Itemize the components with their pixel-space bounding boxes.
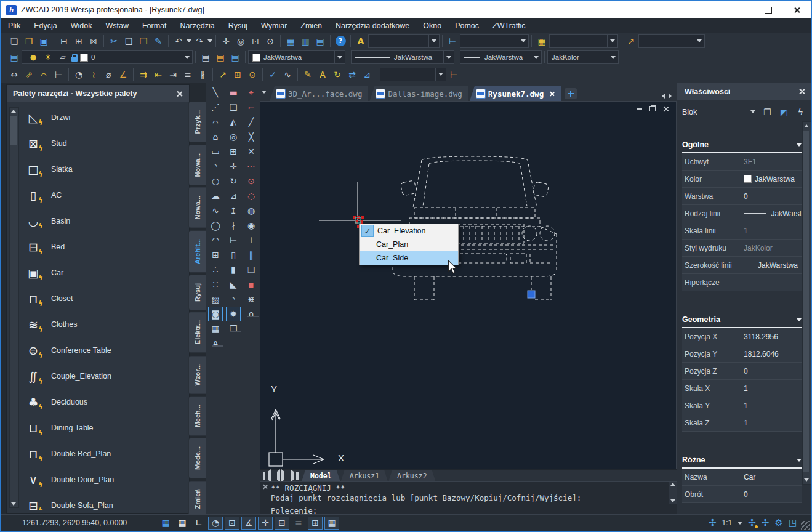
doc-tab-rysunek7[interactable]: Rysunek7.dwg	[470, 86, 561, 101]
redo-dropdown[interactable]	[207, 34, 213, 48]
help-button[interactable]: ?	[334, 34, 347, 48]
snap-nearest-button[interactable]: ▪	[244, 277, 259, 292]
hatch-button[interactable]: ▨	[208, 292, 223, 307]
dim-edit-button[interactable]: ✎	[301, 68, 315, 81]
construction-line-button[interactable]: ⋰	[208, 100, 223, 115]
palette-tab-rysuj[interactable]: Rysuj	[188, 275, 206, 310]
osnap-toggle[interactable]: ⊡	[225, 517, 239, 530]
mtext-button[interactable]: A	[208, 336, 223, 351]
palette-scrollbar[interactable]	[9, 107, 19, 508]
next-layout-button[interactable]	[281, 472, 289, 480]
point-button[interactable]: ∴	[208, 262, 223, 277]
table-style-combo[interactable]	[549, 34, 618, 48]
palette-tab-zmien[interactable]: Zmień	[188, 480, 206, 517]
snap-toggle[interactable]: ▦	[175, 517, 190, 530]
collapse-icon[interactable]	[797, 459, 802, 462]
annotation-sync-toggle[interactable]: ⊞	[308, 517, 323, 530]
annotation-scale-dropdown[interactable]	[738, 522, 742, 525]
dim-style-button[interactable]: ⊢	[446, 34, 459, 48]
fullscreen-icon[interactable]: ◳	[789, 517, 797, 528]
paste-button[interactable]: ❒	[137, 34, 150, 48]
properties-scrollbar[interactable]	[802, 121, 811, 485]
ortho-toggle[interactable]: ∟	[191, 517, 206, 530]
multiple-points-button[interactable]: ∷	[208, 277, 223, 292]
copy-clip-button[interactable]: ❑	[122, 34, 135, 48]
menu-zwtraffic[interactable]: ZWTraffic	[486, 18, 532, 33]
last-layout-button[interactable]	[291, 472, 299, 480]
ellipse-arc-button[interactable]: ◠	[208, 233, 223, 248]
snap-insert-button[interactable]: ❏	[244, 262, 259, 277]
palette-item-drzwi[interactable]: ◺Drzwi	[23, 105, 187, 131]
mirror-button[interactable]: ◭	[226, 115, 241, 129]
layer-on-icon[interactable]: ●	[26, 50, 40, 64]
layer-properties-button[interactable]: ▤	[7, 50, 21, 64]
layer-freeze-icon[interactable]: ☀	[41, 50, 55, 64]
explode-button[interactable]: ✹	[226, 307, 241, 321]
palette-header[interactable]: Palety narzędzi - Wszystkie palety	[7, 85, 189, 102]
palette-item-siatka[interactable]: □Siatka	[23, 156, 187, 182]
duplicate-selection-button[interactable]: ❐	[760, 105, 774, 119]
spline-button[interactable]: ∿	[208, 203, 223, 218]
dim-ordinate-button[interactable]: ⊢	[52, 68, 65, 81]
snap-tangent-button[interactable]: ◉	[244, 218, 259, 233]
tolerance-button[interactable]: ⊞	[231, 68, 244, 81]
dim-style-combo[interactable]	[460, 34, 529, 48]
prev-layout-button[interactable]	[272, 472, 280, 480]
quick-select-button[interactable]: ◩	[777, 105, 791, 119]
qnew-button[interactable]: ❏	[7, 34, 21, 48]
dim-angular-button[interactable]: ∠	[116, 68, 130, 81]
annotation-update-icon[interactable]: ✣	[762, 517, 770, 528]
menu-format[interactable]: Format	[135, 18, 174, 33]
lineweight-combo[interactable]: JakWarstwa	[460, 50, 542, 64]
palette-item-car[interactable]: ▣Car	[23, 260, 187, 286]
snap-perpendicular-button[interactable]: ⊥	[244, 233, 259, 248]
zoom-window-button[interactable]: ⊡	[249, 34, 262, 48]
publish-button[interactable]: ⊠	[87, 34, 100, 48]
block-editor-button[interactable]: ❒	[226, 321, 241, 336]
insert-block-button[interactable]: ⊞	[208, 248, 223, 262]
drawing-canvas[interactable]: Y X ✓ Car_Elevation Car_Plan Car_Side	[260, 101, 677, 469]
match-properties-button[interactable]: ✎	[151, 34, 165, 48]
toggle-pickadd-button[interactable]: ϟ	[794, 105, 808, 119]
palette-item-stud[interactable]: ⊠Stud	[23, 131, 187, 156]
palette-tab-nowa2[interactable]: Nowa...	[188, 187, 206, 228]
palette-item-double-sofa-plan[interactable]: ⊟Double Sofa_Plan	[23, 493, 187, 510]
section-ogolne[interactable]: Ogólne	[682, 137, 802, 153]
dim-style-manager-button[interactable]: ⊢	[447, 68, 460, 81]
dim-aligned-button[interactable]: ⇗	[22, 68, 36, 81]
table-button[interactable]: ▦	[208, 321, 223, 336]
palette-item-closet[interactable]: ⊓Closet	[23, 286, 187, 312]
snap-from-button[interactable]: ⌖	[244, 85, 259, 100]
text-style-combo[interactable]	[368, 34, 440, 48]
polygon-button[interactable]: ⌂	[208, 129, 223, 144]
mleader-button[interactable]: ↗	[216, 68, 230, 81]
palette-item-ac[interactable]: ▯AC	[23, 182, 187, 208]
dim-linear-button[interactable]: ↔	[7, 68, 21, 81]
undo-dropdown[interactable]	[186, 34, 192, 48]
undo-button[interactable]: ↶	[172, 34, 185, 48]
collapse-icon[interactable]	[797, 318, 802, 321]
doc-tab-close-icon[interactable]	[549, 91, 555, 97]
erase-button[interactable]: ▬	[226, 85, 241, 100]
dim-space-button[interactable]: ≡	[181, 68, 195, 81]
resize-grip[interactable]	[801, 521, 810, 530]
menu-rysuj[interactable]: Rysuj	[222, 18, 254, 33]
properties-close-icon[interactable]	[798, 88, 805, 95]
palette-tab-mode[interactable]: Mode...	[188, 438, 206, 478]
palette-item-bed[interactable]: ⊟Bed	[23, 234, 187, 260]
dim-break-button[interactable]: ∦	[196, 68, 209, 81]
dim-jog-line-button[interactable]: ∿	[281, 68, 294, 81]
offset-button[interactable]: ◎	[226, 129, 241, 144]
palette-item-conference-table[interactable]: ⊜Conference Table	[23, 337, 187, 363]
cut-button[interactable]: ✂	[107, 34, 121, 48]
redo-button[interactable]: ↷	[193, 34, 206, 48]
move-button[interactable]: ✛	[226, 159, 241, 174]
trim-button[interactable]: ∤	[226, 218, 241, 233]
palette-item-deciduous[interactable]: ♣Deciduous	[23, 389, 187, 415]
palette-item-double-door-plan[interactable]: ∨Double Door_Plan	[23, 467, 187, 493]
zoom-previous-button[interactable]: ⊙	[263, 34, 277, 48]
snap-none-button[interactable]: ⋇	[244, 292, 259, 307]
doc-tab-3d-ar-face[interactable]: 3D_Ar...face.dwg	[270, 86, 368, 101]
palette-item-clothes[interactable]: ≋Clothes	[23, 312, 187, 337]
color-combo[interactable]: JakWarstwa	[248, 50, 345, 64]
